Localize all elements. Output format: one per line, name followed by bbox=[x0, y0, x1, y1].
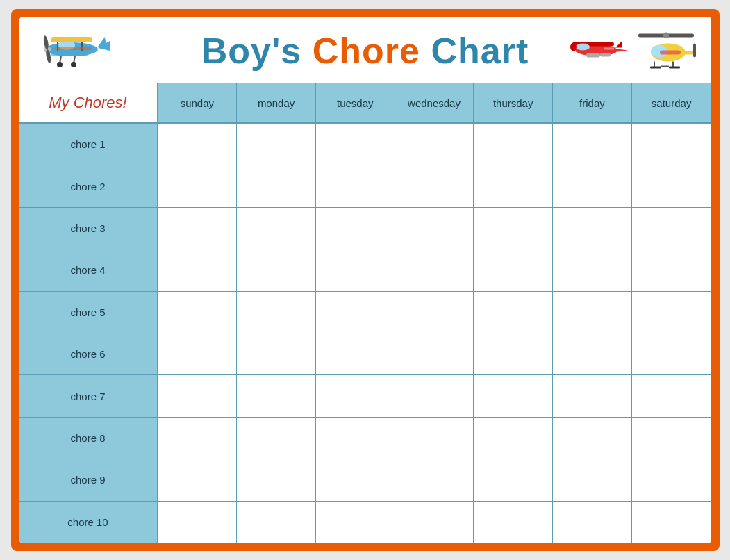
cell-r10-thu[interactable] bbox=[474, 502, 553, 543]
cell-r7-mon[interactable] bbox=[237, 375, 316, 416]
chore-row-10 bbox=[158, 502, 711, 543]
cell-r5-wed[interactable] bbox=[395, 292, 474, 333]
page-title: Boy's Chore Chart bbox=[201, 30, 529, 72]
grid-area: sunday monday tuesday wednesday thursday bbox=[158, 83, 711, 543]
cell-r3-sun[interactable] bbox=[158, 208, 238, 249]
cell-r5-mon[interactable] bbox=[237, 292, 316, 333]
svg-rect-34 bbox=[650, 66, 661, 68]
svg-marker-17 bbox=[617, 49, 628, 51]
cell-r3-tue[interactable] bbox=[316, 208, 395, 249]
cell-r7-fri[interactable] bbox=[553, 375, 632, 416]
svg-rect-37 bbox=[660, 50, 681, 54]
cell-r2-fri[interactable] bbox=[553, 165, 632, 206]
cell-r5-sun[interactable] bbox=[158, 292, 238, 333]
cell-r3-wed[interactable] bbox=[395, 208, 474, 249]
cell-r10-wed[interactable] bbox=[395, 502, 474, 543]
cell-r6-thu[interactable] bbox=[474, 333, 553, 374]
svg-rect-31 bbox=[693, 43, 696, 57]
inner-card: Boy's Chore Chart bbox=[19, 17, 711, 543]
cell-r9-thu[interactable] bbox=[474, 459, 553, 500]
cell-r6-tue[interactable] bbox=[316, 333, 395, 374]
cell-r7-wed[interactable] bbox=[395, 375, 474, 416]
chore-row-8 bbox=[158, 418, 711, 459]
chore-row-9 bbox=[158, 459, 711, 501]
cell-r10-tue[interactable] bbox=[316, 502, 395, 543]
chore-row-7 bbox=[158, 375, 711, 417]
day-headers: sunday monday tuesday wednesday thursday bbox=[158, 83, 711, 124]
cell-r3-mon[interactable] bbox=[237, 208, 316, 249]
cell-r9-tue[interactable] bbox=[316, 459, 395, 500]
cell-r7-thu[interactable] bbox=[474, 375, 553, 416]
svg-rect-3 bbox=[51, 51, 89, 56]
chore-row-label-1: chore 1 bbox=[19, 124, 158, 165]
chore-row-4 bbox=[158, 249, 711, 291]
cell-r6-sun[interactable] bbox=[158, 333, 238, 374]
cell-r8-thu[interactable] bbox=[474, 418, 553, 459]
cell-r2-sun[interactable] bbox=[158, 165, 238, 206]
cell-r9-fri[interactable] bbox=[553, 459, 632, 500]
biplane-icon bbox=[33, 22, 110, 80]
cell-r10-sat[interactable] bbox=[632, 502, 711, 543]
left-label-column: My Chores! chore 1 chore 2 chore 3 chore… bbox=[19, 83, 158, 543]
content-area: My Chores! chore 1 chore 2 chore 3 chore… bbox=[19, 83, 711, 543]
cell-r4-sat[interactable] bbox=[632, 249, 711, 290]
cell-r8-fri[interactable] bbox=[553, 418, 632, 459]
cell-r5-tue[interactable] bbox=[316, 292, 395, 333]
cell-r10-mon[interactable] bbox=[237, 502, 316, 543]
cell-r2-tue[interactable] bbox=[316, 165, 395, 206]
chore-row-label-6: chore 6 bbox=[19, 333, 158, 375]
day-header-sunday: sunday bbox=[158, 83, 238, 122]
cell-r8-wed[interactable] bbox=[395, 418, 474, 459]
cell-r8-sun[interactable] bbox=[158, 418, 238, 459]
my-chores-label: My Chores! bbox=[49, 94, 126, 112]
cell-r4-sun[interactable] bbox=[158, 249, 238, 290]
cell-r1-sat[interactable] bbox=[632, 124, 711, 165]
cell-r7-sun[interactable] bbox=[158, 375, 238, 416]
cell-r9-sat[interactable] bbox=[632, 459, 711, 500]
cell-r6-wed[interactable] bbox=[395, 333, 474, 374]
cell-r2-wed[interactable] bbox=[395, 165, 474, 206]
chore-row-label-3: chore 3 bbox=[19, 208, 158, 249]
cell-r3-fri[interactable] bbox=[553, 208, 632, 249]
cell-r9-sun[interactable] bbox=[158, 459, 238, 500]
svg-rect-22 bbox=[604, 47, 614, 49]
cell-r6-mon[interactable] bbox=[237, 333, 316, 374]
red-plane-icon bbox=[565, 28, 628, 66]
cell-r2-sat[interactable] bbox=[632, 165, 711, 206]
cell-r1-thu[interactable] bbox=[474, 124, 553, 165]
chore-row-label-9: chore 9 bbox=[19, 459, 158, 501]
cell-r8-tue[interactable] bbox=[316, 418, 395, 459]
cell-r5-fri[interactable] bbox=[553, 292, 632, 333]
svg-rect-24 bbox=[586, 53, 600, 57]
cell-r2-mon[interactable] bbox=[237, 165, 316, 206]
cell-r4-mon[interactable] bbox=[237, 249, 316, 290]
cell-r3-sat[interactable] bbox=[632, 208, 711, 249]
cell-r5-sat[interactable] bbox=[632, 292, 711, 333]
cell-r1-mon[interactable] bbox=[237, 124, 316, 165]
cell-r6-sat[interactable] bbox=[632, 333, 711, 374]
cell-r1-tue[interactable] bbox=[316, 124, 395, 165]
svg-marker-5 bbox=[98, 37, 106, 47]
cell-r3-thu[interactable] bbox=[474, 208, 553, 249]
cell-r4-wed[interactable] bbox=[395, 249, 474, 290]
cell-r4-thu[interactable] bbox=[474, 249, 553, 290]
cell-r9-mon[interactable] bbox=[237, 459, 316, 500]
cell-r1-fri[interactable] bbox=[553, 124, 632, 165]
cell-r4-fri[interactable] bbox=[553, 249, 632, 290]
cell-r8-sat[interactable] bbox=[632, 418, 711, 459]
cell-r9-wed[interactable] bbox=[395, 459, 474, 500]
cell-r7-tue[interactable] bbox=[316, 375, 395, 416]
cell-r4-tue[interactable] bbox=[316, 249, 395, 290]
cell-r1-wed[interactable] bbox=[395, 124, 474, 165]
cell-r7-sat[interactable] bbox=[632, 375, 711, 416]
chore-row-label-7: chore 7 bbox=[19, 375, 158, 417]
svg-rect-25 bbox=[600, 53, 611, 56]
cell-r2-thu[interactable] bbox=[474, 165, 553, 206]
cell-r1-sun[interactable] bbox=[158, 124, 238, 165]
chore-row-6 bbox=[158, 333, 711, 375]
cell-r5-thu[interactable] bbox=[474, 292, 553, 333]
cell-r10-fri[interactable] bbox=[553, 502, 632, 543]
cell-r6-fri[interactable] bbox=[553, 333, 632, 374]
cell-r10-sun[interactable] bbox=[158, 502, 238, 543]
cell-r8-mon[interactable] bbox=[237, 418, 316, 459]
